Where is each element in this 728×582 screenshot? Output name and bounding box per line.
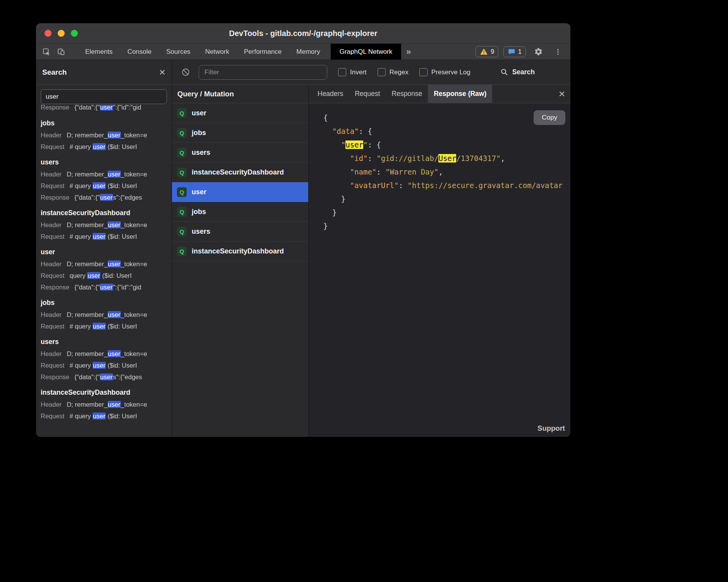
close-details-icon[interactable]: × (559, 89, 565, 99)
search-result-line[interactable]: HeaderD; remember_user_token=e (41, 399, 167, 410)
search-result-group: userHeaderD; remember_user_token=eReques… (41, 247, 167, 293)
result-group-title: user (41, 247, 167, 257)
close-search-icon[interactable]: × (159, 67, 165, 78)
query-list: QuserQjobsQusersQinstanceSecurityDashboa… (172, 103, 308, 437)
network-region: InvertRegexPreserve Log Search Query / M… (172, 60, 570, 437)
query-item-user[interactable]: Quser (172, 182, 308, 202)
search-result-line[interactable]: Response{"data":{"user":{"id":"gid (41, 281, 167, 293)
search-result-line[interactable]: Request# query user ($id: UserI (41, 320, 167, 332)
query-type-icon: Q (177, 128, 187, 138)
zoom-window-button[interactable] (71, 30, 78, 37)
query-type-icon: Q (177, 227, 187, 236)
toolbar-search-button[interactable]: Search (500, 68, 535, 76)
search-result-line[interactable]: HeaderD; remember_user_token=e (41, 129, 167, 141)
checkbox-label-invert: Invert (350, 68, 367, 76)
query-item-user[interactable]: Quser (172, 103, 308, 123)
search-result-group: jobsHeaderD; remember_user_token=eReques… (41, 298, 167, 332)
kebab-menu-icon[interactable] (551, 48, 565, 56)
devtools-tab-performance[interactable]: Performance (237, 44, 289, 60)
query-name: users (192, 228, 210, 236)
tab-graphql-network[interactable]: GraphQL Network (331, 44, 401, 60)
search-result-line[interactable]: Request# query user ($id: UserI (41, 410, 167, 422)
search-result-line[interactable]: HeaderD; remember_user_token=e (41, 309, 167, 320)
devtools-tab-memory[interactable]: Memory (289, 44, 327, 60)
search-result-line[interactable]: Request# query user ($id: UserI (41, 231, 167, 242)
result-line-label: Request (41, 231, 64, 242)
devtools-tab-sources[interactable]: Sources (159, 44, 197, 60)
issues-count: 1 (518, 48, 522, 55)
inspect-element-icon[interactable] (39, 44, 54, 60)
search-match-highlight: user (100, 194, 113, 201)
response-tab-request[interactable]: Request (349, 85, 386, 103)
issues-badge[interactable]: 1 (503, 46, 526, 57)
more-tabs-chevron[interactable]: » (401, 44, 416, 60)
json-line: } (323, 206, 570, 219)
window-title: DevTools - gitlab.com/-/graphql-explorer (229, 29, 377, 38)
search-result-line[interactable]: Request# query user ($id: UserI (41, 359, 167, 371)
devtools-toolbar: ElementsConsoleSourcesNetworkPerformance… (36, 44, 570, 60)
checkbox-box-preserve-log[interactable] (419, 68, 428, 76)
result-group-title: jobs (41, 118, 167, 128)
search-result-line[interactable]: Response{"data":{"user":{"id":"gid (41, 105, 167, 113)
search-result-line[interactable]: Request# query user ($id: UserI (41, 141, 167, 152)
result-line-text: D; remember_user_token=e (67, 348, 147, 359)
checkbox-box-invert[interactable] (338, 68, 346, 76)
checkbox-invert[interactable]: Invert (338, 68, 367, 76)
copy-button[interactable]: Copy (534, 110, 565, 125)
support-link[interactable]: Support (537, 424, 565, 433)
json-line: "name": "Warren Day", (323, 165, 570, 179)
checkbox-preserve-log[interactable]: Preserve Log (419, 68, 470, 76)
query-item-instanceSecurityDashboard[interactable]: QinstanceSecurityDashboard (172, 163, 308, 182)
search-panel-header: Search × (36, 60, 172, 85)
search-match-highlight: user (108, 350, 121, 357)
filter-input[interactable] (199, 65, 327, 80)
search-match-highlight: user (93, 362, 106, 369)
result-line-label: Response (41, 105, 69, 113)
search-match-highlight: user (87, 272, 100, 279)
response-tab-response-raw[interactable]: Response (Raw) (428, 85, 492, 103)
response-tab-response[interactable]: Response (386, 85, 428, 103)
result-group-title: users (41, 157, 167, 167)
search-match-highlight: user (93, 182, 106, 189)
settings-gear-icon[interactable] (531, 47, 546, 56)
search-result-line[interactable]: Request# query user ($id: UserI (41, 180, 167, 192)
device-toolbar-icon[interactable] (54, 44, 69, 60)
result-group-title: jobs (41, 298, 167, 308)
checkbox-label-regex: Regex (390, 68, 409, 76)
search-result-line[interactable]: HeaderD; remember_user_token=e (41, 168, 167, 180)
search-result-line[interactable]: Response{"data":{"users":{"edges (41, 192, 167, 203)
close-window-button[interactable] (45, 30, 52, 37)
response-tabs-list: HeadersRequestResponseResponse (Raw) (312, 85, 492, 103)
query-name: user (192, 109, 206, 117)
query-item-users[interactable]: Qusers (172, 222, 308, 241)
search-result-line[interactable]: HeaderD; remember_user_token=e (41, 219, 167, 231)
search-result-line[interactable]: Response{"data":{"users":{"edges (41, 371, 167, 383)
warnings-badge[interactable]: 9 (476, 46, 498, 57)
search-match-highlight: user (93, 413, 106, 419)
search-result-line[interactable]: HeaderD; remember_user_token=e (41, 258, 167, 270)
search-match-highlight: user (108, 221, 121, 228)
query-item-jobs[interactable]: Qjobs (172, 202, 308, 222)
checkbox-box-regex[interactable] (378, 68, 386, 76)
checkbox-regex[interactable]: Regex (378, 68, 409, 76)
query-type-icon: Q (177, 246, 187, 256)
query-item-instanceSecurityDashboard[interactable]: QinstanceSecurityDashboard (172, 241, 308, 261)
query-item-users[interactable]: Qusers (172, 143, 308, 163)
devtools-tab-elements[interactable]: Elements (78, 44, 120, 60)
clear-icon[interactable] (178, 68, 193, 77)
query-item-jobs[interactable]: Qjobs (172, 123, 308, 143)
devtools-tab-console[interactable]: Console (120, 44, 159, 60)
result-line-text: D; remember_user_token=e (67, 399, 147, 410)
result-line-label: Header (41, 399, 62, 410)
devtools-tabs: ElementsConsoleSourcesNetworkPerformance… (78, 44, 328, 60)
clipped-result-line[interactable]: Response{"data":{"user":{"id":"gid (36, 105, 172, 113)
json-line: "data": { (323, 125, 570, 138)
search-result-line[interactable]: Requestquery user ($id: UserI (41, 270, 167, 281)
search-result-line[interactable]: HeaderD; remember_user_token=e (41, 348, 167, 359)
response-tab-headers[interactable]: Headers (312, 85, 349, 103)
search-input[interactable] (41, 89, 167, 104)
minimize-window-button[interactable] (58, 30, 65, 37)
traffic-lights (45, 23, 78, 43)
result-group-title: instanceSecurityDashboard (41, 387, 167, 397)
devtools-tab-network[interactable]: Network (198, 44, 237, 60)
